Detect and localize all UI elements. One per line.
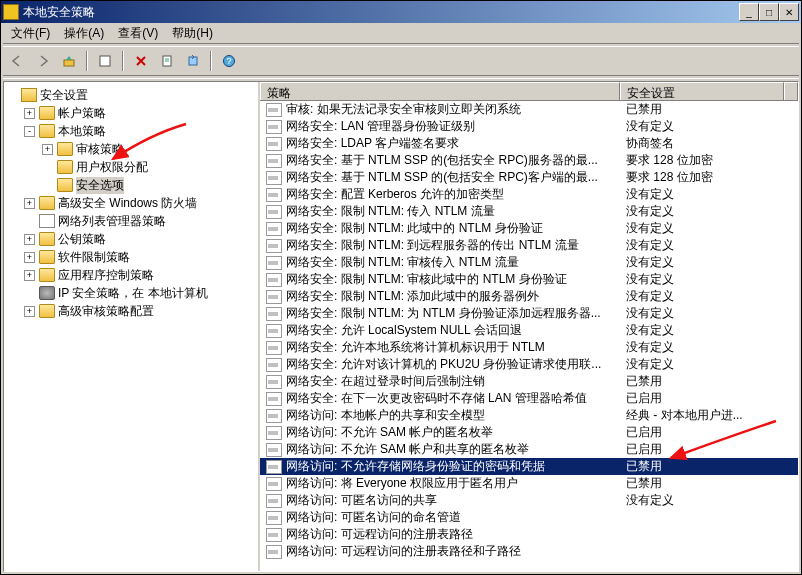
list-panel: 策略 安全设置 审核: 如果无法记录安全审核则立即关闭系统已禁用网络安全: LA… <box>260 82 798 571</box>
tree-expander[interactable]: + <box>42 144 53 155</box>
policy-row[interactable]: 网络安全: 限制 NTLM: 到远程服务器的传出 NTLM 流量没有定义 <box>260 237 798 254</box>
delete-button[interactable] <box>129 49 153 73</box>
tree-panel[interactable]: 安全设置+帐户策略-本地策略+审核策略用户权限分配安全选项+高级安全 Windo… <box>4 82 260 571</box>
policy-row[interactable]: 网络访问: 可匿名访问的命名管道 <box>260 509 798 526</box>
policy-name: 网络安全: 限制 NTLM: 审核传入 NTLM 流量 <box>286 254 519 271</box>
up-button[interactable] <box>57 49 81 73</box>
tree-node[interactable]: IP 安全策略，在 本地计算机 <box>24 284 256 302</box>
policy-name: 网络安全: 限制 NTLM: 传入 NTLM 流量 <box>286 203 495 220</box>
menu-action[interactable]: 操作(A) <box>58 23 110 44</box>
policy-icon <box>266 443 282 457</box>
column-policy[interactable]: 策略 <box>260 82 620 100</box>
policy-icon <box>266 307 282 321</box>
policy-row[interactable]: 网络安全: LAN 管理器身份验证级别没有定义 <box>260 118 798 135</box>
policy-row[interactable]: 审核: 如果无法记录安全审核则立即关闭系统已禁用 <box>260 101 798 118</box>
column-spacer <box>784 82 798 100</box>
policy-row[interactable]: 网络安全: 基于 NTLM SSP 的(包括安全 RPC)服务器的最...要求 … <box>260 152 798 169</box>
tree-node[interactable]: 网络列表管理器策略 <box>24 212 256 230</box>
list-header: 策略 安全设置 <box>260 82 798 101</box>
help-button[interactable]: ? <box>217 49 241 73</box>
tree-label: 软件限制策略 <box>58 249 130 266</box>
policy-setting: 没有定义 <box>620 492 798 509</box>
policy-icon <box>266 358 282 372</box>
tree-node[interactable]: +软件限制策略 <box>24 248 256 266</box>
policy-row[interactable]: 网络访问: 不允许存储网络身份验证的密码和凭据已禁用 <box>260 458 798 475</box>
policy-icon <box>266 239 282 253</box>
policy-setting: 没有定义 <box>620 186 798 203</box>
tree-node[interactable]: -本地策略 <box>24 122 256 140</box>
policy-row[interactable]: 网络安全: 限制 NTLM: 为 NTLM 身份验证添加远程服务器...没有定义 <box>260 305 798 322</box>
policy-setting: 没有定义 <box>620 237 798 254</box>
maximize-button[interactable]: □ <box>759 3 779 21</box>
policy-row[interactable]: 网络安全: 限制 NTLM: 审核此域中的 NTLM 身份验证没有定义 <box>260 271 798 288</box>
policy-row[interactable]: 网络安全: 限制 NTLM: 审核传入 NTLM 流量没有定义 <box>260 254 798 271</box>
policy-name: 网络访问: 可匿名访问的共享 <box>286 492 437 509</box>
tree-expander <box>24 288 35 299</box>
policy-row[interactable]: 网络安全: 允许本地系统将计算机标识用于 NTLM没有定义 <box>260 339 798 356</box>
policy-row[interactable]: 网络访问: 可匿名访问的共享没有定义 <box>260 492 798 509</box>
tree-node[interactable]: +审核策略 <box>42 140 256 158</box>
tree-node[interactable]: 用户权限分配 <box>42 158 256 176</box>
menu-view[interactable]: 查看(V) <box>112 23 164 44</box>
tree-node[interactable]: +应用程序控制策略 <box>24 266 256 284</box>
policy-setting: 没有定义 <box>620 305 798 322</box>
policy-row[interactable]: 网络访问: 本地帐户的共享和安全模型经典 - 对本地用户进... <box>260 407 798 424</box>
policy-row[interactable]: 网络访问: 将 Everyone 权限应用于匿名用户已禁用 <box>260 475 798 492</box>
policy-row[interactable]: 网络访问: 可远程访问的注册表路径和子路径 <box>260 543 798 560</box>
policy-row[interactable]: 网络安全: 配置 Kerberos 允许的加密类型没有定义 <box>260 186 798 203</box>
policy-row[interactable]: 网络访问: 不允许 SAM 帐户的匿名枚举已启用 <box>260 424 798 441</box>
menu-help[interactable]: 帮助(H) <box>166 23 219 44</box>
tree-expander[interactable]: + <box>24 198 35 209</box>
tree-expander[interactable]: + <box>24 270 35 281</box>
policy-icon <box>266 137 282 151</box>
policy-name: 网络安全: 限制 NTLM: 审核此域中的 NTLM 身份验证 <box>286 271 567 288</box>
policy-icon <box>266 256 282 270</box>
tree-node[interactable]: 安全选项 <box>42 176 256 194</box>
forward-button[interactable] <box>31 49 55 73</box>
policy-row[interactable]: 网络安全: 基于 NTLM SSP 的(包括安全 RPC)客户端的最...要求 … <box>260 169 798 186</box>
policy-row[interactable]: 网络安全: LDAP 客户端签名要求协商签名 <box>260 135 798 152</box>
export-button[interactable] <box>181 49 205 73</box>
list-body[interactable]: 审核: 如果无法记录安全审核则立即关闭系统已禁用网络安全: LAN 管理器身份验… <box>260 101 798 571</box>
policy-row[interactable]: 网络访问: 可远程访问的注册表路径 <box>260 526 798 543</box>
tree-expander[interactable]: - <box>24 126 35 137</box>
policy-row[interactable]: 网络安全: 在超过登录时间后强制注销已禁用 <box>260 373 798 390</box>
tree-node[interactable]: +高级审核策略配置 <box>24 302 256 320</box>
policy-setting: 没有定义 <box>620 322 798 339</box>
tree-node[interactable]: +公钥策略 <box>24 230 256 248</box>
action-button[interactable] <box>93 49 117 73</box>
policy-row[interactable]: 网络访问: 不允许 SAM 帐户和共享的匿名枚举已启用 <box>260 441 798 458</box>
tree-expander <box>42 180 53 191</box>
policy-row[interactable]: 网络安全: 限制 NTLM: 添加此域中的服务器例外没有定义 <box>260 288 798 305</box>
policy-setting: 已禁用 <box>620 475 798 492</box>
tree-node[interactable]: +高级安全 Windows 防火墙 <box>24 194 256 212</box>
tree-label: 高级审核策略配置 <box>58 303 154 320</box>
policy-name: 网络访问: 不允许存储网络身份验证的密码和凭据 <box>286 458 545 475</box>
menu-file[interactable]: 文件(F) <box>5 23 56 44</box>
minimize-button[interactable]: _ <box>739 3 759 21</box>
policy-name: 网络安全: 配置 Kerberos 允许的加密类型 <box>286 186 504 203</box>
properties-button[interactable] <box>155 49 179 73</box>
tree-expander[interactable]: + <box>24 108 35 119</box>
policy-row[interactable]: 网络安全: 在下一次更改密码时不存储 LAN 管理器哈希值已启用 <box>260 390 798 407</box>
policy-row[interactable]: 网络安全: 限制 NTLM: 传入 NTLM 流量没有定义 <box>260 203 798 220</box>
tree-expander[interactable]: + <box>24 252 35 263</box>
policy-row[interactable]: 网络安全: 允许 LocalSystem NULL 会话回退没有定义 <box>260 322 798 339</box>
policy-setting: 已禁用 <box>620 101 798 118</box>
policy-row[interactable]: 网络安全: 限制 NTLM: 此域中的 NTLM 身份验证没有定义 <box>260 220 798 237</box>
policy-setting: 已启用 <box>620 424 798 441</box>
back-button[interactable] <box>5 49 29 73</box>
tree-expander[interactable]: + <box>24 234 35 245</box>
tree-node[interactable]: +帐户策略 <box>24 104 256 122</box>
policy-name: 网络访问: 不允许 SAM 帐户和共享的匿名枚举 <box>286 441 529 458</box>
tree-expander[interactable]: + <box>24 306 35 317</box>
tree-label: 审核策略 <box>76 141 124 158</box>
policy-icon <box>266 528 282 542</box>
close-button[interactable]: ✕ <box>779 3 799 21</box>
svg-rect-1 <box>100 56 110 66</box>
policy-icon <box>266 222 282 236</box>
column-setting[interactable]: 安全设置 <box>620 82 784 100</box>
tree-root-node[interactable]: 安全设置 <box>6 86 256 104</box>
policy-row[interactable]: 网络安全: 允许对该计算机的 PKU2U 身份验证请求使用联...没有定义 <box>260 356 798 373</box>
policy-setting: 经典 - 对本地用户进... <box>620 407 798 424</box>
